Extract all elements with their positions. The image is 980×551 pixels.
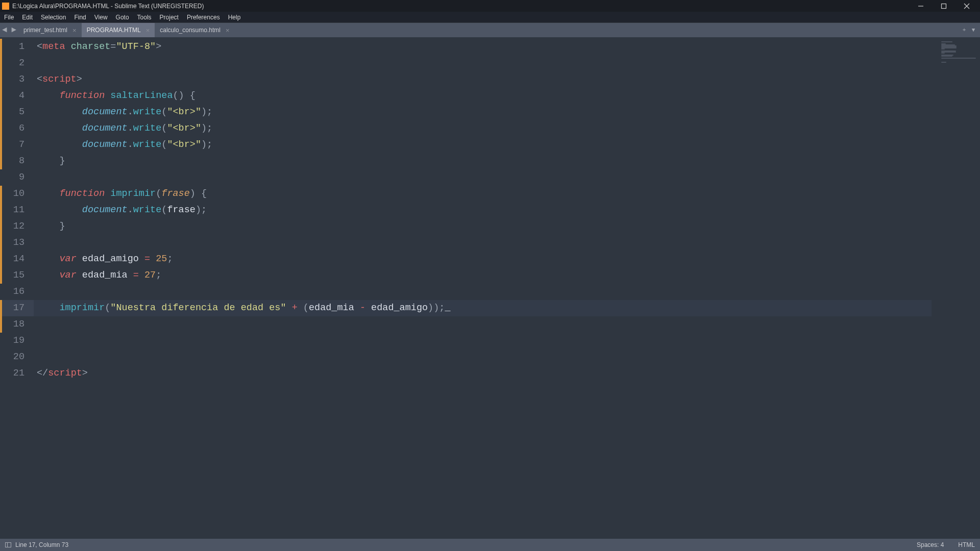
- tab-label: PROGRAMA.HTML: [87, 27, 141, 34]
- tab-label: calculo_consumo.html: [160, 27, 220, 34]
- tab-bar: ◄ ► primer_test.html×PROGRAMA.HTML×calcu…: [0, 23, 980, 37]
- line-number: 5: [0, 104, 34, 120]
- maximize-button[interactable]: [932, 0, 955, 12]
- menu-preferences[interactable]: Preferences: [183, 12, 224, 22]
- code-line[interactable]: document.write("<br>");: [34, 137, 932, 153]
- minimap[interactable]: [932, 37, 980, 539]
- line-number: 13: [0, 235, 34, 251]
- code-line[interactable]: [34, 316, 932, 333]
- line-number: 7: [0, 137, 34, 153]
- menu-tools[interactable]: Tools: [133, 12, 156, 22]
- code-area[interactable]: <meta charset="UTF-8"><script> function …: [34, 37, 932, 539]
- code-line[interactable]: document.write("<br>");: [34, 120, 932, 137]
- code-line[interactable]: }: [34, 218, 932, 235]
- modified-marker: [0, 300, 2, 333]
- line-number: 2: [0, 55, 34, 71]
- line-number: 15: [0, 267, 34, 284]
- code-line[interactable]: <meta charset="UTF-8">: [34, 39, 932, 55]
- minimize-button[interactable]: [909, 0, 932, 12]
- tab-label: primer_test.html: [23, 27, 67, 34]
- syntax-setting[interactable]: HTML: [958, 541, 975, 548]
- line-number: 3: [0, 71, 34, 88]
- code-line[interactable]: var edad_mia = 27;: [34, 267, 932, 284]
- modified-marker: [0, 39, 2, 169]
- line-number: 17: [0, 300, 34, 316]
- panel-icon[interactable]: [5, 542, 11, 547]
- code-line[interactable]: var edad_amigo = 25;: [34, 251, 932, 267]
- menu-bar: FileEditSelectionFindViewGotoToolsProjec…: [0, 12, 980, 23]
- editor[interactable]: 123456789101112131415161718192021 <meta …: [0, 37, 980, 539]
- nav-back-button[interactable]: ◄: [0, 23, 9, 37]
- close-button[interactable]: [955, 0, 978, 12]
- line-number: 10: [0, 186, 34, 202]
- code-line[interactable]: imprimir("Nuestra diferencia de edad es"…: [34, 300, 932, 316]
- status-bar: Line 17, Column 73 Spaces: 4 HTML: [0, 539, 980, 551]
- code-line[interactable]: [34, 169, 932, 186]
- code-line[interactable]: }: [34, 153, 932, 169]
- code-line[interactable]: </script>: [34, 365, 932, 382]
- line-number: 16: [0, 284, 34, 300]
- code-line[interactable]: [34, 284, 932, 300]
- menu-file[interactable]: File: [0, 12, 18, 22]
- menu-project[interactable]: Project: [156, 12, 183, 22]
- nav-forward-button[interactable]: ►: [9, 23, 18, 37]
- menu-help[interactable]: Help: [224, 12, 245, 22]
- window-title: E:\Logica Alura\PROGRAMA.HTML - Sublime …: [12, 3, 909, 10]
- line-number: 1: [0, 39, 34, 55]
- line-number: 6: [0, 120, 34, 137]
- code-line[interactable]: document.write(frase);: [34, 202, 932, 218]
- menu-goto[interactable]: Goto: [112, 12, 133, 22]
- line-number: 14: [0, 251, 34, 267]
- line-number: 11: [0, 202, 34, 218]
- tab-primer_test-html[interactable]: primer_test.html×: [18, 23, 82, 37]
- menu-selection[interactable]: Selection: [37, 12, 70, 22]
- code-line[interactable]: document.write("<br>");: [34, 104, 932, 120]
- code-line[interactable]: [34, 55, 932, 71]
- line-number: 18: [0, 316, 34, 333]
- indent-setting[interactable]: Spaces: 4: [917, 541, 944, 548]
- modified-marker: [0, 186, 2, 284]
- tab-PROGRAMA-HTML[interactable]: PROGRAMA.HTML×: [82, 23, 155, 37]
- tab-calculo_consumo-html[interactable]: calculo_consumo.html×: [155, 23, 234, 37]
- line-number: 4: [0, 88, 34, 104]
- code-line[interactable]: [34, 333, 932, 349]
- menu-view[interactable]: View: [90, 12, 112, 22]
- menu-find[interactable]: Find: [70, 12, 90, 22]
- line-number: 12: [0, 218, 34, 235]
- line-numbers-gutter: 123456789101112131415161718192021: [0, 37, 34, 539]
- cursor-position[interactable]: Line 17, Column 73: [15, 541, 68, 548]
- code-line[interactable]: function saltarLinea() {: [34, 88, 932, 104]
- new-tab-button[interactable]: +: [961, 27, 968, 34]
- line-number: 20: [0, 349, 34, 365]
- app-icon: [2, 3, 9, 10]
- close-icon[interactable]: ×: [72, 27, 77, 34]
- line-number: 21: [0, 365, 34, 382]
- code-line[interactable]: function imprimir(frase) {: [34, 186, 932, 202]
- title-bar: E:\Logica Alura\PROGRAMA.HTML - Sublime …: [0, 0, 980, 12]
- menu-edit[interactable]: Edit: [18, 12, 37, 22]
- code-line[interactable]: <script>: [34, 71, 932, 88]
- svg-rect-1: [941, 4, 946, 8]
- close-icon[interactable]: ×: [146, 27, 150, 34]
- line-number: 19: [0, 333, 34, 349]
- line-number: 9: [0, 169, 34, 186]
- code-line[interactable]: [34, 349, 932, 365]
- code-line[interactable]: [34, 235, 932, 251]
- line-number: 8: [0, 153, 34, 169]
- close-icon[interactable]: ×: [226, 27, 230, 34]
- tab-dropdown-button[interactable]: ▼: [970, 27, 977, 34]
